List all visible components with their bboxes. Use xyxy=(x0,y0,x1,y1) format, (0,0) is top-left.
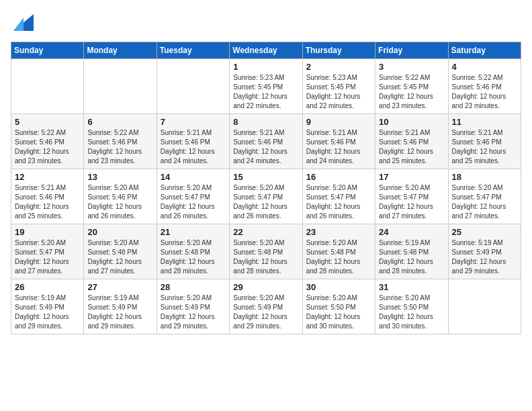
day-info: Sunrise: 5:22 AM Sunset: 5:46 PM Dayligh… xyxy=(15,128,80,166)
day-info: Sunrise: 5:21 AM Sunset: 5:46 PM Dayligh… xyxy=(161,128,226,166)
day-info: Sunrise: 5:20 AM Sunset: 5:47 PM Dayligh… xyxy=(379,183,444,221)
day-info: Sunrise: 5:20 AM Sunset: 5:50 PM Dayligh… xyxy=(306,293,371,331)
calendar-cell: 28Sunrise: 5:20 AM Sunset: 5:49 PM Dayli… xyxy=(157,279,229,334)
calendar-cell: 11Sunrise: 5:21 AM Sunset: 5:46 PM Dayli… xyxy=(448,114,521,169)
day-info: Sunrise: 5:22 AM Sunset: 5:45 PM Dayligh… xyxy=(379,73,444,111)
day-info: Sunrise: 5:20 AM Sunset: 5:47 PM Dayligh… xyxy=(161,183,226,221)
day-info: Sunrise: 5:20 AM Sunset: 5:48 PM Dayligh… xyxy=(233,238,298,276)
day-info: Sunrise: 5:19 AM Sunset: 5:49 PM Dayligh… xyxy=(15,293,80,331)
day-info: Sunrise: 5:23 AM Sunset: 5:45 PM Dayligh… xyxy=(233,73,298,111)
calendar-cell: 16Sunrise: 5:20 AM Sunset: 5:47 PM Dayli… xyxy=(302,169,375,224)
calendar-cell xyxy=(84,59,157,114)
calendar-cell: 18Sunrise: 5:20 AM Sunset: 5:47 PM Dayli… xyxy=(448,169,521,224)
day-info: Sunrise: 5:19 AM Sunset: 5:48 PM Dayligh… xyxy=(379,238,444,276)
calendar-cell: 8Sunrise: 5:21 AM Sunset: 5:46 PM Daylig… xyxy=(230,114,302,169)
day-info: Sunrise: 5:23 AM Sunset: 5:45 PM Dayligh… xyxy=(306,73,371,111)
calendar-cell xyxy=(11,59,84,114)
day-number: 25 xyxy=(452,227,517,237)
day-info: Sunrise: 5:21 AM Sunset: 5:46 PM Dayligh… xyxy=(452,128,517,166)
calendar-cell: 3Sunrise: 5:22 AM Sunset: 5:45 PM Daylig… xyxy=(375,59,448,114)
calendar-cell: 19Sunrise: 5:20 AM Sunset: 5:47 PM Dayli… xyxy=(11,224,84,279)
calendar-header-row: Sunday Monday Tuesday Wednesday Thursday… xyxy=(11,42,521,59)
day-number: 19 xyxy=(15,227,80,237)
weekday-sunday: Sunday xyxy=(11,42,84,59)
day-info: Sunrise: 5:20 AM Sunset: 5:46 PM Dayligh… xyxy=(87,183,152,221)
calendar-cell: 31Sunrise: 5:20 AM Sunset: 5:50 PM Dayli… xyxy=(375,279,448,334)
day-info: Sunrise: 5:20 AM Sunset: 5:47 PM Dayligh… xyxy=(452,183,517,221)
weekday-monday: Monday xyxy=(84,42,157,59)
day-info: Sunrise: 5:20 AM Sunset: 5:47 PM Dayligh… xyxy=(15,238,80,276)
calendar-week-row: 1Sunrise: 5:23 AM Sunset: 5:45 PM Daylig… xyxy=(11,59,521,114)
day-number: 6 xyxy=(87,117,152,127)
calendar-cell: 21Sunrise: 5:20 AM Sunset: 5:48 PM Dayli… xyxy=(157,224,229,279)
calendar-cell: 7Sunrise: 5:21 AM Sunset: 5:46 PM Daylig… xyxy=(157,114,229,169)
day-info: Sunrise: 5:22 AM Sunset: 5:46 PM Dayligh… xyxy=(87,128,152,166)
calendar-table: Sunday Monday Tuesday Wednesday Thursday… xyxy=(11,42,521,334)
calendar-week-row: 26Sunrise: 5:19 AM Sunset: 5:49 PM Dayli… xyxy=(11,279,521,334)
day-number: 3 xyxy=(379,62,444,72)
weekday-saturday: Saturday xyxy=(448,42,521,59)
calendar-cell: 1Sunrise: 5:23 AM Sunset: 5:45 PM Daylig… xyxy=(230,59,302,114)
day-info: Sunrise: 5:21 AM Sunset: 5:46 PM Dayligh… xyxy=(306,128,371,166)
calendar-cell: 22Sunrise: 5:20 AM Sunset: 5:48 PM Dayli… xyxy=(230,224,302,279)
day-number: 17 xyxy=(379,172,444,182)
day-info: Sunrise: 5:20 AM Sunset: 5:48 PM Dayligh… xyxy=(306,238,371,276)
day-info: Sunrise: 5:20 AM Sunset: 5:48 PM Dayligh… xyxy=(87,238,152,276)
day-number: 29 xyxy=(233,282,298,292)
page-header xyxy=(11,11,521,34)
calendar-week-row: 5Sunrise: 5:22 AM Sunset: 5:46 PM Daylig… xyxy=(11,114,521,169)
calendar-cell: 17Sunrise: 5:20 AM Sunset: 5:47 PM Dayli… xyxy=(375,169,448,224)
day-info: Sunrise: 5:20 AM Sunset: 5:47 PM Dayligh… xyxy=(233,183,298,221)
day-number: 20 xyxy=(87,227,152,237)
day-number: 24 xyxy=(379,227,444,237)
calendar-cell xyxy=(448,279,521,334)
calendar-week-row: 19Sunrise: 5:20 AM Sunset: 5:47 PM Dayli… xyxy=(11,224,521,279)
day-info: Sunrise: 5:19 AM Sunset: 5:49 PM Dayligh… xyxy=(87,293,152,331)
svg-marker-1 xyxy=(13,17,24,31)
weekday-thursday: Thursday xyxy=(302,42,375,59)
day-number: 26 xyxy=(15,282,80,292)
day-info: Sunrise: 5:22 AM Sunset: 5:46 PM Dayligh… xyxy=(452,73,517,111)
day-info: Sunrise: 5:21 AM Sunset: 5:46 PM Dayligh… xyxy=(379,128,444,166)
logo xyxy=(11,11,34,34)
day-number: 4 xyxy=(452,62,517,72)
day-number: 10 xyxy=(379,117,444,127)
calendar-cell: 29Sunrise: 5:20 AM Sunset: 5:49 PM Dayli… xyxy=(230,279,302,334)
calendar-cell: 24Sunrise: 5:19 AM Sunset: 5:48 PM Dayli… xyxy=(375,224,448,279)
day-number: 5 xyxy=(15,117,80,127)
calendar-cell: 4Sunrise: 5:22 AM Sunset: 5:46 PM Daylig… xyxy=(448,59,521,114)
day-info: Sunrise: 5:21 AM Sunset: 5:46 PM Dayligh… xyxy=(233,128,298,166)
calendar-week-row: 12Sunrise: 5:21 AM Sunset: 5:46 PM Dayli… xyxy=(11,169,521,224)
day-number: 7 xyxy=(161,117,226,127)
logo-icon xyxy=(13,11,34,31)
day-number: 9 xyxy=(306,117,371,127)
day-number: 2 xyxy=(306,62,371,72)
weekday-wednesday: Wednesday xyxy=(230,42,302,59)
calendar-cell: 26Sunrise: 5:19 AM Sunset: 5:49 PM Dayli… xyxy=(11,279,84,334)
weekday-tuesday: Tuesday xyxy=(157,42,229,59)
weekday-friday: Friday xyxy=(375,42,448,59)
day-info: Sunrise: 5:20 AM Sunset: 5:49 PM Dayligh… xyxy=(161,293,226,331)
day-info: Sunrise: 5:21 AM Sunset: 5:46 PM Dayligh… xyxy=(15,183,80,221)
calendar-cell: 6Sunrise: 5:22 AM Sunset: 5:46 PM Daylig… xyxy=(84,114,157,169)
calendar-cell: 15Sunrise: 5:20 AM Sunset: 5:47 PM Dayli… xyxy=(230,169,302,224)
day-number: 31 xyxy=(379,282,444,292)
calendar-cell: 23Sunrise: 5:20 AM Sunset: 5:48 PM Dayli… xyxy=(302,224,375,279)
day-number: 14 xyxy=(161,172,226,182)
day-number: 11 xyxy=(452,117,517,127)
calendar-cell xyxy=(157,59,229,114)
calendar-cell: 13Sunrise: 5:20 AM Sunset: 5:46 PM Dayli… xyxy=(84,169,157,224)
calendar-cell: 30Sunrise: 5:20 AM Sunset: 5:50 PM Dayli… xyxy=(302,279,375,334)
calendar-cell: 9Sunrise: 5:21 AM Sunset: 5:46 PM Daylig… xyxy=(302,114,375,169)
day-number: 21 xyxy=(161,227,226,237)
day-number: 12 xyxy=(15,172,80,182)
day-number: 28 xyxy=(161,282,226,292)
day-info: Sunrise: 5:20 AM Sunset: 5:49 PM Dayligh… xyxy=(233,293,298,331)
day-number: 16 xyxy=(306,172,371,182)
day-info: Sunrise: 5:20 AM Sunset: 5:50 PM Dayligh… xyxy=(379,293,444,331)
calendar-cell: 14Sunrise: 5:20 AM Sunset: 5:47 PM Dayli… xyxy=(157,169,229,224)
calendar-cell: 5Sunrise: 5:22 AM Sunset: 5:46 PM Daylig… xyxy=(11,114,84,169)
day-info: Sunrise: 5:20 AM Sunset: 5:48 PM Dayligh… xyxy=(161,238,226,276)
calendar-cell: 27Sunrise: 5:19 AM Sunset: 5:49 PM Dayli… xyxy=(84,279,157,334)
calendar-cell: 10Sunrise: 5:21 AM Sunset: 5:46 PM Dayli… xyxy=(375,114,448,169)
